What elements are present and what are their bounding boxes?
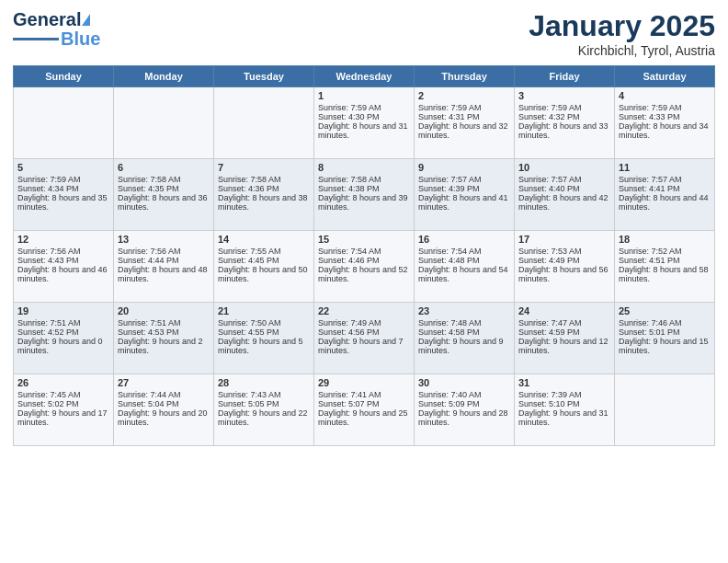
day-number: 1 xyxy=(318,90,410,101)
day-number: 4 xyxy=(619,90,711,101)
cell-text: Daylight: 8 hours and 42 minutes. xyxy=(518,193,610,212)
cell-text: Sunrise: 7:50 AM xyxy=(218,318,310,327)
cell-text: Sunset: 4:43 PM xyxy=(17,256,109,265)
cell-text: Daylight: 9 hours and 22 minutes. xyxy=(218,408,310,427)
calendar-cell-w5-d2: 28Sunrise: 7:43 AMSunset: 5:05 PMDayligh… xyxy=(214,374,314,446)
cell-text: Sunset: 5:02 PM xyxy=(17,399,109,408)
cell-text: Sunset: 5:01 PM xyxy=(619,327,711,337)
day-number: 11 xyxy=(619,162,711,173)
calendar-cell-w5-d3: 29Sunrise: 7:41 AMSunset: 5:07 PMDayligh… xyxy=(314,374,415,446)
cell-text: Daylight: 8 hours and 38 minutes. xyxy=(218,193,310,212)
cell-text: Daylight: 9 hours and 17 minutes. xyxy=(17,408,109,427)
calendar-cell-w3-d0: 12Sunrise: 7:56 AMSunset: 4:43 PMDayligh… xyxy=(14,231,114,303)
calendar-cell-w5-d0: 26Sunrise: 7:45 AMSunset: 5:02 PMDayligh… xyxy=(14,374,114,446)
cell-text: Sunrise: 7:39 AM xyxy=(518,390,610,399)
cell-text: Sunset: 4:49 PM xyxy=(518,256,610,265)
cell-text: Sunrise: 7:40 AM xyxy=(418,390,510,399)
cell-text: Daylight: 8 hours and 32 minutes. xyxy=(418,121,510,140)
day-number: 2 xyxy=(418,90,510,101)
calendar-cell-w3-d6: 18Sunrise: 7:52 AMSunset: 4:51 PMDayligh… xyxy=(615,231,715,303)
day-number: 30 xyxy=(418,377,510,388)
day-number: 19 xyxy=(17,305,109,316)
cell-text: Daylight: 9 hours and 9 minutes. xyxy=(418,337,510,355)
calendar-cell-w4-d1: 20Sunrise: 7:51 AMSunset: 4:53 PMDayligh… xyxy=(114,303,214,374)
cell-text: Daylight: 8 hours and 52 minutes. xyxy=(318,265,410,283)
week-row-1: 1Sunrise: 7:59 AMSunset: 4:30 PMDaylight… xyxy=(14,87,715,159)
cell-text: Daylight: 8 hours and 50 minutes. xyxy=(218,265,310,283)
day-number: 18 xyxy=(619,234,711,245)
cell-text: Sunrise: 7:46 AM xyxy=(619,318,711,327)
header-thursday: Thursday xyxy=(415,66,515,87)
day-number: 14 xyxy=(218,234,310,245)
cell-text: Sunset: 4:34 PM xyxy=(17,184,109,193)
calendar-cell-w4-d4: 23Sunrise: 7:48 AMSunset: 4:58 PMDayligh… xyxy=(415,303,515,374)
cell-text: Sunrise: 7:43 AM xyxy=(218,390,310,399)
day-number: 15 xyxy=(318,234,410,245)
day-number: 10 xyxy=(518,162,610,173)
day-number: 9 xyxy=(418,162,510,173)
cell-text: Sunrise: 7:54 AM xyxy=(318,247,410,256)
calendar-cell-w2-d1: 6Sunrise: 7:58 AMSunset: 4:35 PMDaylight… xyxy=(114,159,214,231)
day-number: 28 xyxy=(218,377,310,388)
cell-text: Sunrise: 7:54 AM xyxy=(418,247,510,256)
calendar-cell-w1-d4: 2Sunrise: 7:59 AMSunset: 4:31 PMDaylight… xyxy=(415,87,515,159)
cell-text: Sunrise: 7:58 AM xyxy=(318,175,410,184)
cell-text: Sunrise: 7:59 AM xyxy=(17,175,109,184)
day-number: 5 xyxy=(17,162,109,173)
cell-text: Sunrise: 7:45 AM xyxy=(17,390,109,399)
day-number: 3 xyxy=(518,90,610,101)
day-number: 13 xyxy=(118,234,210,245)
cell-text: Sunset: 4:35 PM xyxy=(118,184,210,193)
cell-text: Sunrise: 7:48 AM xyxy=(418,318,510,327)
week-row-3: 12Sunrise: 7:56 AMSunset: 4:43 PMDayligh… xyxy=(14,231,715,303)
day-number: 20 xyxy=(118,305,210,316)
day-number: 26 xyxy=(17,377,109,388)
cell-text: Sunrise: 7:59 AM xyxy=(619,103,711,112)
cell-text: Sunset: 4:32 PM xyxy=(518,112,610,121)
day-number: 31 xyxy=(518,377,610,388)
day-number: 22 xyxy=(318,305,410,316)
calendar-cell-w4-d2: 21Sunrise: 7:50 AMSunset: 4:55 PMDayligh… xyxy=(214,303,314,374)
calendar-cell-w3-d4: 16Sunrise: 7:54 AMSunset: 4:48 PMDayligh… xyxy=(415,231,515,303)
day-number: 24 xyxy=(518,305,610,316)
calendar-cell-w5-d1: 27Sunrise: 7:44 AMSunset: 5:04 PMDayligh… xyxy=(114,374,214,446)
cell-text: Daylight: 9 hours and 7 minutes. xyxy=(318,337,410,355)
cell-text: Daylight: 8 hours and 41 minutes. xyxy=(418,193,510,212)
calendar-cell-w2-d2: 7Sunrise: 7:58 AMSunset: 4:36 PMDaylight… xyxy=(214,159,314,231)
cell-text: Daylight: 8 hours and 31 minutes. xyxy=(318,121,410,140)
calendar-cell-w5-d6 xyxy=(615,374,715,446)
cell-text: Daylight: 9 hours and 25 minutes. xyxy=(318,408,410,427)
cell-text: Sunrise: 7:58 AM xyxy=(218,175,310,184)
cell-text: Daylight: 8 hours and 54 minutes. xyxy=(418,265,510,283)
calendar-cell-w2-d3: 8Sunrise: 7:58 AMSunset: 4:38 PMDaylight… xyxy=(314,159,415,231)
logo-blue: Blue xyxy=(61,29,100,50)
cell-text: Sunrise: 7:47 AM xyxy=(518,318,610,327)
header-monday: Monday xyxy=(114,66,214,87)
cell-text: Sunset: 5:05 PM xyxy=(218,399,310,408)
cell-text: Daylight: 9 hours and 5 minutes. xyxy=(218,337,310,355)
cell-text: Sunset: 4:40 PM xyxy=(518,184,610,193)
cell-text: Daylight: 8 hours and 36 minutes. xyxy=(118,193,210,212)
cell-text: Daylight: 9 hours and 0 minutes. xyxy=(17,337,109,355)
cell-text: Daylight: 8 hours and 48 minutes. xyxy=(118,265,210,283)
header: General Blue January 2025 Kirchbichl, Ty… xyxy=(13,9,715,58)
cell-text: Sunset: 4:52 PM xyxy=(17,327,109,337)
week-row-5: 26Sunrise: 7:45 AMSunset: 5:02 PMDayligh… xyxy=(14,374,715,446)
cell-text: Sunset: 5:04 PM xyxy=(118,399,210,408)
cell-text: Sunrise: 7:59 AM xyxy=(518,103,610,112)
day-number: 8 xyxy=(318,162,410,173)
cell-text: Sunset: 4:51 PM xyxy=(619,256,711,265)
cell-text: Sunrise: 7:41 AM xyxy=(318,390,410,399)
cell-text: Daylight: 9 hours and 31 minutes. xyxy=(518,408,610,427)
cell-text: Sunrise: 7:58 AM xyxy=(118,175,210,184)
cell-text: Daylight: 9 hours and 12 minutes. xyxy=(518,337,610,355)
day-header-row: Sunday Monday Tuesday Wednesday Thursday… xyxy=(14,66,715,87)
calendar-cell-w3-d5: 17Sunrise: 7:53 AMSunset: 4:49 PMDayligh… xyxy=(515,231,615,303)
cell-text: Sunrise: 7:44 AM xyxy=(118,390,210,399)
calendar-cell-w1-d0 xyxy=(14,87,114,159)
week-row-2: 5Sunrise: 7:59 AMSunset: 4:34 PMDaylight… xyxy=(14,159,715,231)
calendar-cell-w1-d5: 3Sunrise: 7:59 AMSunset: 4:32 PMDaylight… xyxy=(515,87,615,159)
cell-text: Sunrise: 7:59 AM xyxy=(318,103,410,112)
cell-text: Sunrise: 7:56 AM xyxy=(17,247,109,256)
calendar-cell-w1-d6: 4Sunrise: 7:59 AMSunset: 4:33 PMDaylight… xyxy=(615,87,715,159)
